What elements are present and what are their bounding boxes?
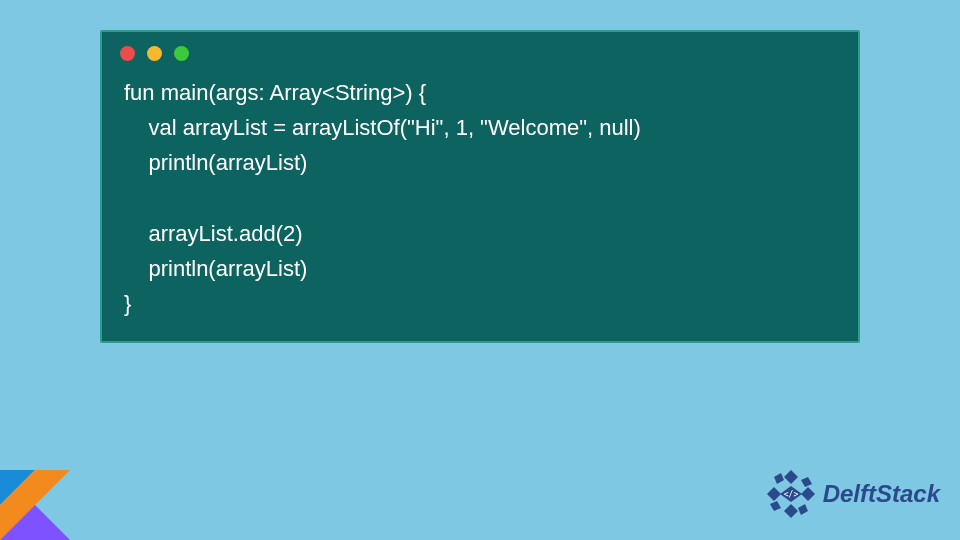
svg-marker-9 bbox=[770, 501, 781, 511]
code-block: fun main(args: Array<String>) { val arra… bbox=[102, 69, 858, 341]
svg-marker-8 bbox=[798, 504, 808, 515]
code-line: println(arrayList) bbox=[124, 150, 307, 175]
code-line: fun main(args: Array<String>) { bbox=[124, 80, 426, 105]
minimize-dot-icon bbox=[147, 46, 162, 61]
svg-marker-5 bbox=[784, 504, 798, 518]
kotlin-logo-icon bbox=[0, 470, 70, 540]
close-dot-icon bbox=[120, 46, 135, 61]
svg-marker-3 bbox=[784, 470, 798, 484]
code-line: val arrayList = arrayListOf("Hi", 1, "We… bbox=[124, 115, 641, 140]
code-line: arrayList.add(2) bbox=[124, 221, 303, 246]
code-window: fun main(args: Array<String>) { val arra… bbox=[100, 30, 860, 343]
svg-marker-10 bbox=[774, 473, 784, 484]
maximize-dot-icon bbox=[174, 46, 189, 61]
svg-marker-6 bbox=[767, 487, 781, 501]
brand-name: DelftStack bbox=[823, 480, 940, 508]
svg-marker-4 bbox=[801, 487, 815, 501]
code-line: } bbox=[124, 291, 131, 316]
delftstack-logo-icon: </> bbox=[765, 468, 817, 520]
brand-area: </> DelftStack bbox=[765, 468, 940, 520]
svg-marker-7 bbox=[801, 477, 812, 487]
window-controls bbox=[102, 32, 858, 69]
svg-text:</>: </> bbox=[783, 490, 798, 499]
code-line: println(arrayList) bbox=[124, 256, 307, 281]
